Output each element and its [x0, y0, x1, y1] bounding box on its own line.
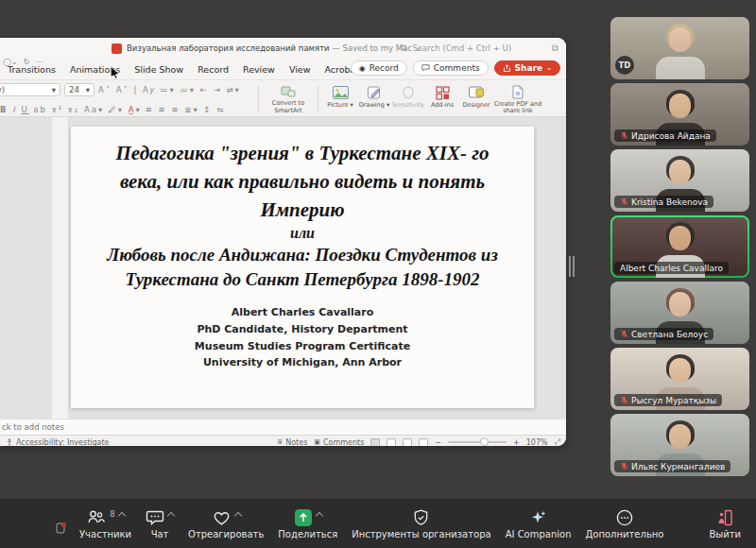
- participant-name-label: Светлана Белоус: [614, 328, 713, 340]
- share-button[interactable]: Share ⌄: [494, 60, 560, 76]
- slide-or-text[interactable]: или: [95, 225, 509, 242]
- comments-toggle[interactable]: ▣Comments: [314, 438, 364, 447]
- participants-strip: TD: [610, 17, 749, 476]
- comments-button[interactable]: Comments: [413, 60, 489, 76]
- designer-button[interactable]: Designer: [459, 83, 493, 114]
- powerpoint-window: Визуальная лаборатория исследований памя…: [0, 38, 566, 446]
- participant-tile[interactable]: Светлана Белоус: [610, 282, 749, 344]
- leave-icon: [716, 508, 733, 527]
- slide-author-block[interactable]: Albert Charles CavallaroPhD Candidate, H…: [95, 304, 509, 370]
- font-name-select[interactable]: (Body)▾: [0, 83, 60, 96]
- react-button[interactable]: Отреагировать: [188, 508, 264, 539]
- fit-slide-button[interactable]: ⤢: [555, 437, 560, 446]
- zoom-level[interactable]: 107%: [526, 438, 548, 447]
- slide-title[interactable]: Педагогика "зрения" в Туркестане XIX- го…: [95, 139, 509, 224]
- participant-name-label: Ильяс Курмангалиев: [614, 460, 730, 472]
- participants-icon: [86, 508, 106, 525]
- status-bar: Accessibility: Investigate ≣Notes ▣Comme…: [0, 435, 566, 446]
- react-menu-caret[interactable]: [233, 511, 241, 519]
- align-icons[interactable]: ≡ ≡ ≡ ≣▾ ↕ ⇋: [146, 105, 226, 114]
- slide-sorter-button[interactable]: [387, 438, 396, 447]
- menu-item[interactable]: View: [289, 64, 311, 75]
- menu-item[interactable]: Record: [198, 64, 229, 75]
- ai-companion-button[interactable]: AI Companion: [506, 508, 572, 539]
- bold-italic-underline-icons[interactable]: B I U ab x² x₂ Aa▾: [0, 105, 104, 114]
- muted-mic-icon: [620, 330, 628, 338]
- share-icon: [503, 64, 511, 73]
- designer-icon: [468, 85, 485, 100]
- addins-button[interactable]: Add-ins: [425, 83, 459, 114]
- normal-view-button[interactable]: [370, 438, 380, 447]
- heart-icon: [212, 508, 232, 526]
- thumbnail-pane-edge[interactable]: [52, 117, 69, 419]
- powerpoint-titlebar: Визуальная лаборатория исследований памя…: [0, 38, 566, 59]
- zoom-out-button[interactable]: −: [435, 438, 441, 447]
- sensitivity-icon: [400, 85, 417, 100]
- author-line: Museum Studies Program Certificate: [95, 338, 509, 355]
- slide-subtitle[interactable]: Любовь после Андижана: Поездки Студентов…: [95, 243, 509, 292]
- participant-tile[interactable]: TD: [610, 17, 749, 79]
- record-button[interactable]: ◉Record: [351, 60, 407, 76]
- search-field[interactable]: Search (Cmd + Ctrl + U): [401, 43, 511, 53]
- presenter-icon[interactable]: ⧉: [552, 43, 558, 54]
- drawing-button[interactable]: Drawing ▾: [357, 83, 391, 114]
- create-pdf-button[interactable]: Create PDF and share link: [493, 83, 542, 114]
- font-grow-shrink-icons[interactable]: A˄ A˅ | A𝑦: [98, 85, 156, 95]
- smartart-icon: [280, 85, 297, 98]
- chat-icon: [146, 508, 164, 525]
- chat-button[interactable]: Чат: [146, 508, 174, 539]
- leave-meeting-button[interactable]: Выйти: [709, 508, 741, 539]
- convert-smartart-button[interactable]: Convert to SmartArt: [264, 83, 313, 114]
- participant-tile[interactable]: Рысгул Муратқызы: [610, 348, 749, 410]
- addins-icon: [434, 85, 451, 100]
- document-title: Визуальная лаборатория исследований памя…: [127, 43, 421, 53]
- comment-icon: [421, 64, 430, 72]
- accessibility-status[interactable]: Accessibility: Investigate: [6, 438, 110, 447]
- participant-name-label: Идрисова Айдана: [614, 129, 716, 142]
- notes-pane[interactable]: ck to add notes: [0, 419, 566, 435]
- chat-menu-caret[interactable]: [167, 511, 175, 519]
- author-line: University of Michigan, Ann Arbor: [95, 354, 509, 371]
- slideshow-button[interactable]: [419, 438, 428, 447]
- font-controls: (Body)▾ 24▾ A˄ A˅ | A𝑦 ≔▾ ≕▾ ⇤ ⇥ ⇄▾ B I …: [0, 83, 253, 114]
- menu-bar: TransitionsAnimationsSlide ShowRecordRev…: [0, 59, 566, 79]
- participants-menu-caret[interactable]: [117, 511, 125, 519]
- participant-tile[interactable]: Ильяс Курмангалиев: [610, 414, 749, 476]
- participant-name-label: Рысгул Муратқызы: [614, 394, 722, 406]
- reading-view-button[interactable]: [403, 438, 412, 447]
- pdf-icon: [509, 85, 526, 99]
- initials-badge: TD: [615, 56, 634, 75]
- participant-tile[interactable]: Albert Charles Cavallaro: [610, 215, 749, 278]
- participant-name-label: Kristina Bekenova: [614, 196, 713, 208]
- drawing-icon: [366, 85, 383, 100]
- more-ellipsis-icon: [615, 508, 634, 527]
- panel-divider-handle[interactable]: [569, 256, 575, 277]
- highlight-fontcolor-icons[interactable]: 🖉▾ A̲▾: [108, 105, 142, 114]
- zoom-slider[interactable]: [448, 441, 507, 443]
- mouse-cursor: [111, 66, 120, 79]
- menu-item[interactable]: Transitions: [8, 64, 56, 75]
- picture-button[interactable]: Picture ▾: [323, 83, 357, 114]
- accessibility-icon: [6, 438, 13, 446]
- zoom-meeting-window: Визуальная лаборатория исследований памя…: [0, 0, 756, 548]
- more-button[interactable]: Дополнительно: [586, 508, 664, 539]
- slide-canvas: Педагогика "зрения" в Туркестане XIX- го…: [0, 117, 566, 419]
- notes-toggle[interactable]: ≣Notes: [277, 438, 307, 447]
- share-menu-caret[interactable]: [315, 511, 322, 519]
- participants-button[interactable]: 8 Участники: [79, 508, 131, 539]
- zoom-in-button[interactable]: +: [513, 438, 520, 447]
- search-icon: [401, 44, 408, 52]
- picture-icon: [332, 85, 349, 100]
- author-line: PhD Candidate, History Department: [95, 321, 509, 338]
- menu-item[interactable]: Slide Show: [134, 64, 183, 75]
- slide[interactable]: Педагогика "зрения" в Туркестане XIX- го…: [71, 127, 534, 408]
- sensitivity-button[interactable]: Sensitivity: [391, 83, 425, 114]
- list-indent-icons[interactable]: ≔▾ ≕▾ ⇤ ⇥ ⇄▾: [160, 85, 241, 94]
- participant-tile[interactable]: Kristina Bekenova: [610, 149, 749, 212]
- menu-item[interactable]: Review: [243, 64, 275, 75]
- titlebar-actions: ◉Record Comments Share ⌄: [351, 60, 560, 76]
- participant-tile[interactable]: Идрисова Айдана: [610, 83, 749, 146]
- share-screen-button[interactable]: Поделиться: [278, 508, 337, 539]
- host-tools-button[interactable]: Инструменты организатора: [352, 508, 491, 539]
- font-size-select[interactable]: 24▾: [64, 83, 94, 96]
